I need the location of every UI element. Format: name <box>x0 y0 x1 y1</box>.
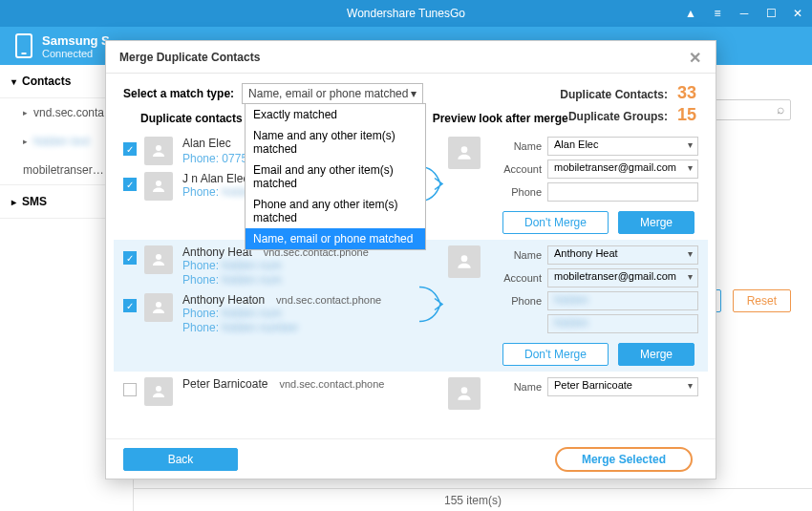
avatar-icon <box>144 137 173 165</box>
contact-checkbox[interactable]: ✓ <box>123 178 137 191</box>
svg-point-7 <box>461 387 468 394</box>
contact-phone: Phone: <box>182 185 219 199</box>
dropdown-option[interactable]: Name, email or phone matched <box>246 228 425 249</box>
chevron-down-icon: ▾ <box>411 87 417 100</box>
close-icon[interactable]: ✕ <box>689 49 706 66</box>
app-title: Wondershare TunesGo <box>347 7 465 20</box>
triangle-icon: ▸ <box>23 108 28 117</box>
merge-selected-button[interactable]: Merge Selected <box>555 447 693 472</box>
back-button[interactable]: Back <box>123 448 238 471</box>
menu-icon[interactable]: ≡ <box>711 7 724 20</box>
status-bar: 155 item(s) <box>134 488 812 511</box>
window-controls: ▲ ≡ ─ ☐ ✕ <box>684 0 804 27</box>
contact-row: ✓ Anthony Heatonvnd.sec.contact.phone Ph… <box>123 293 438 335</box>
dropdown-option[interactable]: Exactly matched <box>246 104 425 125</box>
preview-phone-input[interactable] <box>547 182 698 202</box>
contact-name: Anthony Heaton <box>182 293 265 307</box>
triangle-icon: ▸ <box>23 137 28 146</box>
preview-account-input[interactable]: mobiletranser@gmail.com <box>547 268 698 287</box>
contact-source: vnd.sec.contact.phone <box>276 294 381 306</box>
preview-phone-input[interactable]: hidden <box>547 314 698 333</box>
avatar-icon <box>144 377 173 406</box>
dropdown-option[interactable]: Phone and any other item(s) matched <box>246 194 425 228</box>
modal-header: Merge Duplicate Contacts ✕ <box>106 41 716 74</box>
avatar-icon <box>448 137 481 169</box>
contact-name: Anthony Heat <box>182 245 252 259</box>
contact-row: ✓ Anthony Heatvnd.sec.contact.phone Phon… <box>123 245 438 287</box>
merge-arrow-icon <box>417 284 446 329</box>
svg-point-3 <box>156 254 161 260</box>
contact-checkbox[interactable]: ✓ <box>123 142 137 156</box>
duplicate-group: ✓ Anthony Heatvnd.sec.contact.phone Phon… <box>114 240 708 372</box>
avatar-icon <box>448 245 481 278</box>
reset-button[interactable]: Reset <box>733 289 791 312</box>
contact-row: Peter Barnicoatevnd.sec.contact.phone <box>123 377 438 406</box>
avatar-icon <box>144 293 173 322</box>
match-type-dropdown: Exactly matched Name and any other item(… <box>245 103 426 250</box>
dont-merge-button[interactable]: Don't Merge <box>502 343 609 366</box>
svg-point-5 <box>461 255 468 262</box>
merge-button[interactable]: Merge <box>618 211 694 234</box>
contact-name: Peter Barnicoate <box>182 377 267 391</box>
contact-checkbox[interactable] <box>123 383 137 396</box>
close-icon[interactable]: ✕ <box>791 7 804 20</box>
nav-sms-label: SMS <box>22 195 47 208</box>
dropdown-option[interactable]: Name and any other item(s) matched <box>246 125 425 160</box>
avatar-icon <box>448 377 481 410</box>
svg-point-2 <box>461 146 468 153</box>
preview-name-input[interactable]: Anthony Heat <box>547 245 698 265</box>
contact-checkbox[interactable]: ✓ <box>123 251 137 265</box>
preview-account-input[interactable]: mobiletranser@gmail.com <box>547 160 698 179</box>
merge-duplicates-modal: Merge Duplicate Contacts ✕ Select a matc… <box>105 40 716 479</box>
svg-point-0 <box>156 145 161 151</box>
svg-point-6 <box>156 386 161 392</box>
contact-name: J n Alan Elec <box>182 172 248 185</box>
phone-icon <box>15 33 32 58</box>
svg-point-1 <box>156 181 161 186</box>
preview-phone-input[interactable]: hidden <box>547 291 698 310</box>
modal-title: Merge Duplicate Contacts <box>119 51 260 64</box>
match-type-select[interactable]: Name, email or phone matched ▾ <box>242 83 423 104</box>
dont-merge-button[interactable]: Don't Merge <box>502 211 609 234</box>
dup-contacts-count: 33 <box>677 83 696 103</box>
contact-source: vnd.sec.contact.phone <box>279 378 384 390</box>
preview-name-input[interactable]: Peter Barnicoate <box>547 377 698 396</box>
avatar-icon <box>144 245 173 274</box>
modal-footer: Back Merge Selected <box>106 438 716 479</box>
avatar-icon <box>144 172 173 201</box>
dup-groups-count: 15 <box>677 105 696 125</box>
titlebar: Wondershare TunesGo ▲ ≡ ─ ☐ ✕ <box>0 0 812 27</box>
contact-checkbox[interactable]: ✓ <box>123 299 137 312</box>
match-type-label: Select a match type: <box>123 87 234 100</box>
triangle-icon: ▸ <box>11 197 16 207</box>
preview-name-input[interactable]: Alan Elec <box>547 137 698 156</box>
maximize-icon[interactable]: ☐ <box>764 7 778 20</box>
user-icon[interactable]: ▲ <box>684 7 697 20</box>
dup-stats: Duplicate Contacts:33 Duplicate Groups:1… <box>560 83 696 127</box>
modal-top: Select a match type: Name, email or phon… <box>106 74 716 131</box>
svg-point-4 <box>156 302 161 308</box>
minimize-icon[interactable]: ─ <box>737 7 751 20</box>
nav-contacts-label: Contacts <box>22 75 71 88</box>
chevron-down-icon: ▾ <box>11 76 16 87</box>
dropdown-option[interactable]: Email and any other item(s) matched <box>246 160 425 194</box>
merge-button[interactable]: Merge <box>618 343 694 366</box>
duplicate-group: Peter Barnicoatevnd.sec.contact.phone Na… <box>114 372 708 417</box>
